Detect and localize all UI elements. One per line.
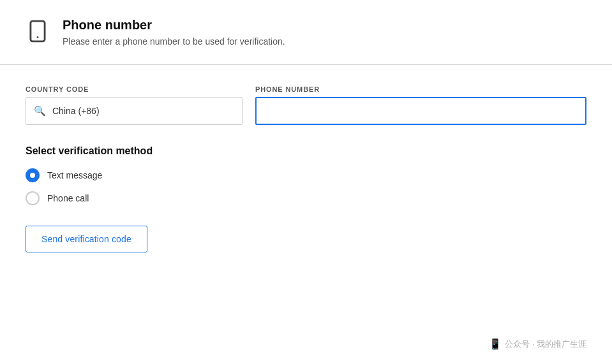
svg-rect-0 bbox=[31, 21, 45, 41]
wechat-icon: 📱 bbox=[489, 338, 502, 350]
search-icon: 🔍 bbox=[34, 105, 46, 117]
verification-section: Select verification method Text message … bbox=[26, 145, 586, 205]
phone-icon bbox=[26, 19, 50, 46]
header-section: Phone number Please enter a phone number… bbox=[0, 0, 612, 64]
phone-number-label: PHONE NUMBER bbox=[255, 85, 586, 93]
country-code-label: Country code bbox=[26, 85, 243, 93]
radio-phone-call-label: Phone call bbox=[47, 193, 89, 203]
country-code-select-wrapper[interactable]: 🔍 China (+86) United States (+1) United … bbox=[26, 97, 243, 125]
radio-text-message-label: Text message bbox=[47, 170, 102, 180]
verification-title: Select verification method bbox=[26, 145, 586, 157]
page-title: Phone number bbox=[63, 18, 285, 33]
phone-number-input[interactable] bbox=[255, 97, 586, 125]
radio-phone-call-indicator bbox=[26, 191, 40, 205]
watermark: 📱 公众号 · 我的推广生涯 bbox=[489, 338, 586, 350]
send-verification-button[interactable]: Send verification code bbox=[26, 226, 147, 252]
form-section: Country code 🔍 China (+86) United States… bbox=[0, 65, 612, 278]
country-code-group: Country code 🔍 China (+86) United States… bbox=[26, 85, 243, 125]
radio-text-message[interactable]: Text message bbox=[26, 168, 586, 182]
phone-number-group: PHONE NUMBER bbox=[255, 85, 586, 125]
radio-phone-call[interactable]: Phone call bbox=[26, 191, 586, 205]
watermark-text: 公众号 · 我的推广生涯 bbox=[505, 339, 586, 350]
page-description: Please enter a phone number to be used f… bbox=[63, 36, 285, 47]
country-code-select[interactable]: China (+86) United States (+1) United Ki… bbox=[52, 106, 234, 116]
header-text: Phone number Please enter a phone number… bbox=[63, 18, 285, 47]
radio-text-message-indicator bbox=[26, 168, 40, 182]
fields-row: Country code 🔍 China (+86) United States… bbox=[26, 85, 586, 125]
